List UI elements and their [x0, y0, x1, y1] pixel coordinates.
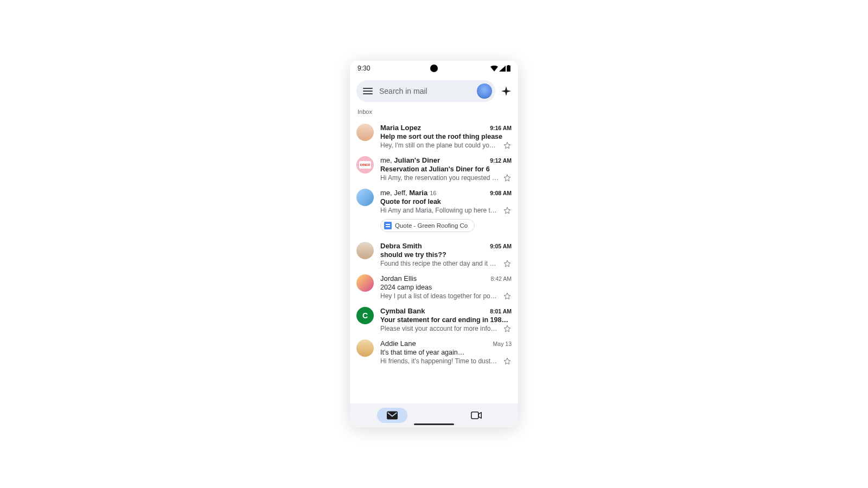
- email-snippet: Hi Amy, the reservation you requested is…: [380, 174, 499, 182]
- status-time: 9:30: [358, 65, 390, 72]
- status-icons: [478, 65, 510, 72]
- svg-rect-0: [507, 66, 510, 72]
- search-row: Search in mail: [350, 76, 518, 106]
- star-icon[interactable]: [503, 324, 512, 333]
- email-subject: should we try this??: [380, 251, 512, 259]
- star-icon[interactable]: [503, 357, 512, 365]
- mail-icon: [387, 411, 398, 420]
- svg-rect-3: [471, 412, 478, 419]
- nav-mail[interactable]: [377, 408, 407, 423]
- sender-avatar[interactable]: [356, 189, 374, 206]
- sender-avatar[interactable]: C: [356, 307, 374, 324]
- email-time: 8:42 AM: [490, 275, 512, 282]
- star-icon[interactable]: [503, 259, 512, 268]
- email-row[interactable]: me, Jeff, Maria16 9:08 AM Quote for roof…: [350, 184, 518, 217]
- email-time: 9:05 AM: [490, 243, 512, 249]
- star-icon[interactable]: [503, 292, 512, 300]
- email-subject: 2024 camp ideas: [380, 284, 512, 291]
- cell-signal-icon: [499, 66, 506, 72]
- email-snippet: Please visit your account for more infor…: [380, 325, 499, 332]
- email-subject: Help me sort out the roof thing please: [380, 133, 512, 140]
- front-camera-dot: [430, 65, 438, 72]
- statusbar: 9:30: [350, 61, 518, 76]
- home-indicator[interactable]: [414, 423, 454, 425]
- bottom-nav: [350, 403, 518, 427]
- sender-avatar[interactable]: [356, 242, 374, 259]
- wifi-icon: [490, 66, 498, 72]
- nav-meet[interactable]: [461, 408, 492, 423]
- battery-icon: [507, 65, 510, 72]
- video-icon: [471, 411, 482, 420]
- sender-avatar[interactable]: [356, 339, 374, 357]
- email-time: 9:12 AM: [490, 157, 512, 164]
- star-icon[interactable]: [503, 141, 512, 150]
- star-icon[interactable]: [503, 174, 512, 182]
- sender-avatar[interactable]: [356, 274, 374, 292]
- menu-icon[interactable]: [363, 88, 373, 94]
- sender-name: me, Jeff, Maria16: [380, 189, 436, 197]
- email-subject: It's that time of year again…: [380, 349, 512, 356]
- email-subject: Your statement for card ending in 1988 i…: [380, 316, 512, 324]
- attachment-chip[interactable]: Quote - Green Roofing Co: [380, 219, 475, 232]
- search-placeholder: Search in mail: [379, 87, 470, 95]
- email-time: 9:16 AM: [490, 125, 512, 131]
- sender-name: Debra Smith: [380, 242, 422, 250]
- sender-name: Cymbal Bank: [380, 307, 425, 315]
- svg-rect-2: [387, 412, 398, 420]
- email-time: May 13: [493, 341, 512, 347]
- email-row[interactable]: Debra Smith 9:05 AM should we try this??…: [350, 237, 518, 270]
- sender-name: Addie Lane: [380, 339, 416, 348]
- email-subject: Reservation at Julian's Diner for 6: [380, 165, 512, 173]
- email-time: 8:01 AM: [490, 308, 512, 314]
- docs-icon: [384, 222, 392, 229]
- email-snippet: Hey, I'm still on the plane but could yo…: [380, 142, 499, 149]
- email-snippet: Hey I put a list of ideas together for p…: [380, 292, 499, 300]
- email-row[interactable]: Jordan Ellis 8:42 AM 2024 camp ideas Hey…: [350, 270, 518, 303]
- email-snippet: Hi friends, it's happening! Time to dust…: [380, 357, 499, 365]
- inbox-label: Inbox: [350, 106, 518, 119]
- attachment-row: Quote - Green Roofing Co: [350, 217, 518, 237]
- sender-avatar[interactable]: DINER: [356, 156, 374, 174]
- email-snippet: Hi Amy and Maria, Following up here t…: [380, 207, 499, 214]
- gemini-sparkle-icon[interactable]: [501, 86, 512, 97]
- sender-name: Maria Lopez: [380, 124, 421, 132]
- attachment-label: Quote - Green Roofing Co: [395, 222, 468, 229]
- email-snippet: Found this recipe the other day and it m…: [380, 260, 499, 267]
- account-avatar[interactable]: [477, 84, 492, 99]
- phone-frame: 9:30 Search in mail Inbox Maria Lopez 9:…: [350, 61, 518, 427]
- svg-rect-1: [508, 65, 509, 66]
- sender-avatar[interactable]: [356, 124, 374, 141]
- email-row[interactable]: Addie Lane May 13 It's that time of year…: [350, 335, 518, 368]
- sender-name: Jordan Ellis: [380, 274, 417, 282]
- star-icon[interactable]: [503, 206, 512, 215]
- search-bar[interactable]: Search in mail: [356, 80, 495, 102]
- email-row[interactable]: Maria Lopez 9:16 AM Help me sort out the…: [350, 119, 518, 152]
- sender-name: me, Julian's Diner: [380, 156, 440, 164]
- email-row[interactable]: C Cymbal Bank 8:01 AM Your statement for…: [350, 303, 518, 335]
- email-time: 9:08 AM: [490, 190, 512, 196]
- email-subject: Quote for roof leak: [380, 198, 512, 206]
- email-row[interactable]: DINER me, Julian's Diner 9:12 AM Reserva…: [350, 152, 518, 184]
- email-list[interactable]: Maria Lopez 9:16 AM Help me sort out the…: [350, 119, 518, 403]
